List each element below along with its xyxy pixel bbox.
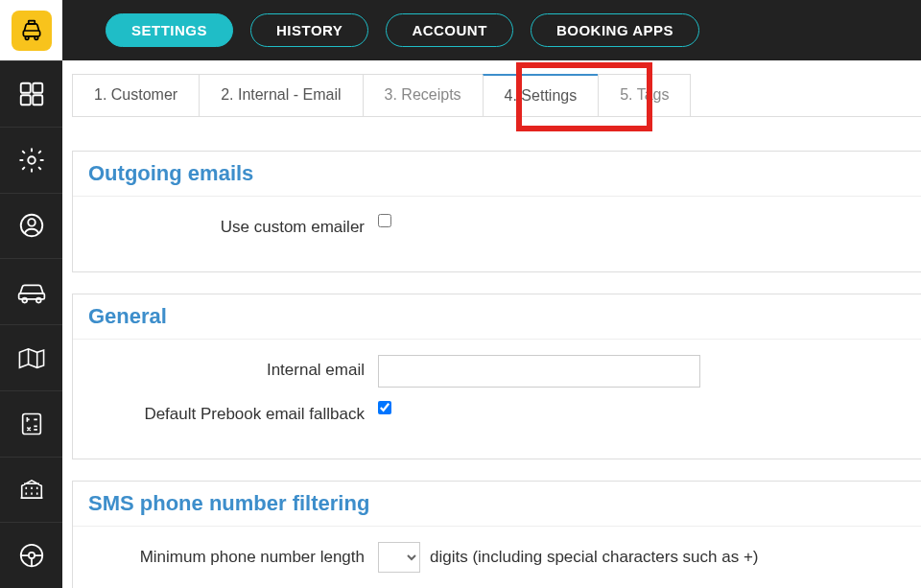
sidebar-item-drivers[interactable] [0,522,62,588]
svg-rect-6 [20,95,30,105]
tab-receipts[interactable]: 3. Receipts [363,74,484,116]
panel-title-sms: SMS phone number filtering [88,491,906,516]
car-icon [15,277,48,306]
tab-tags[interactable]: 5. Tags [598,74,691,116]
panel-head-outgoing: Outgoing emails [73,152,921,197]
nav-history[interactable]: HISTORY [250,13,368,47]
text-min-length-suffix: digits (including special characters suc… [430,548,759,567]
svg-rect-5 [33,83,42,93]
svg-point-3 [35,35,37,38]
top-bar: SETTINGS HISTORY ACCOUNT BOOKING APPS [0,0,921,60]
panel-head-general: General [73,294,921,340]
taxi-icon [19,18,44,43]
svg-rect-7 [33,95,42,105]
sidebar [0,60,62,588]
checkbox-use-custom-emailer[interactable] [378,214,391,227]
panel-outgoing-emails: Outgoing emails Use custom emailer [72,151,921,272]
panel-general: General Internal email Default Prebook e… [72,294,921,459]
sidebar-item-dashboard[interactable] [0,60,62,127]
calculator-icon [18,410,45,438]
input-internal-email[interactable] [378,355,700,388]
svg-rect-1 [23,31,39,36]
select-min-phone-length[interactable] [378,542,420,573]
label-default-prebook: Default Prebook email fallback [73,399,378,424]
checkbox-default-prebook[interactable] [378,401,391,414]
label-use-custom-emailer: Use custom emailer [73,212,378,237]
panel-title-general: General [88,304,906,329]
sidebar-item-pricing[interactable] [0,390,62,457]
steering-icon [17,541,46,570]
app-logo[interactable] [12,11,52,51]
svg-point-12 [22,298,27,303]
main-content: 1. Customer 2. Internal - Email 3. Recei… [62,60,921,588]
map-icon [16,343,47,372]
sidebar-item-company[interactable] [0,457,62,523]
sidebar-item-settings[interactable] [0,127,62,193]
nav-settings[interactable]: SETTINGS [106,13,233,47]
sidebar-item-zones[interactable] [0,324,62,390]
panel-head-sms: SMS phone number filtering [73,482,921,527]
sidebar-item-vehicles[interactable] [0,258,62,324]
tab-customer[interactable]: 1. Customer [72,74,200,116]
tab-internal-email[interactable]: 2. Internal - Email [199,74,363,116]
svg-point-16 [28,553,34,558]
svg-point-8 [28,156,35,164]
tabs-row: 1. Customer 2. Internal - Email 3. Recei… [72,74,921,117]
gear-icon [17,146,46,175]
svg-rect-4 [20,83,30,93]
svg-point-2 [25,35,28,38]
label-internal-email: Internal email [73,355,378,380]
nav-booking-apps[interactable]: BOOKING APPS [531,13,699,47]
svg-point-13 [35,298,40,303]
panel-title-outgoing: Outgoing emails [88,161,906,186]
top-nav: SETTINGS HISTORY ACCOUNT BOOKING APPS [106,13,699,47]
tab-settings[interactable]: 4. Settings [483,74,600,116]
nav-account[interactable]: ACCOUNT [386,13,513,47]
svg-point-10 [28,220,35,227]
label-min-phone-length: Minimum phone number length [73,542,378,567]
panel-sms-filtering: SMS phone number filtering Minimum phone… [72,481,921,588]
logo-box [0,0,62,60]
user-icon [17,211,46,240]
grid-icon [17,80,46,108]
svg-rect-14 [22,413,40,434]
building-icon [16,475,47,504]
sidebar-item-users[interactable] [0,193,62,259]
